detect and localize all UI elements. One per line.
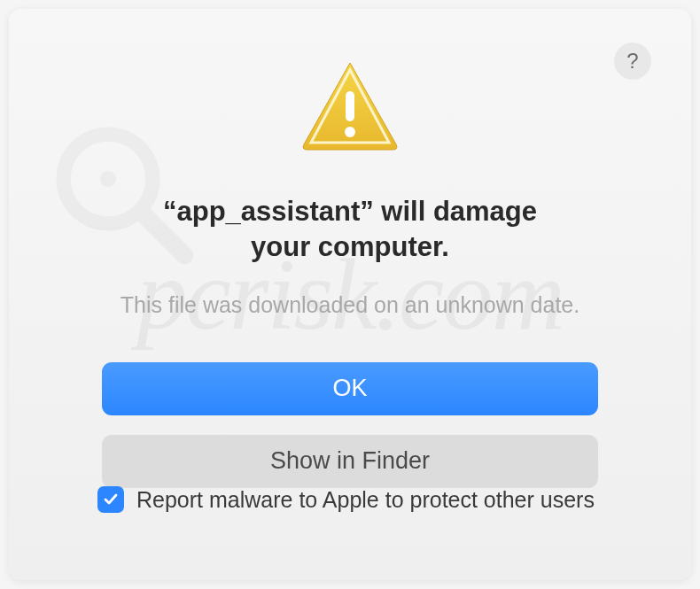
ok-button[interactable]: OK	[102, 362, 598, 415]
alert-title: “app_assistant” will damage your compute…	[163, 194, 537, 266]
title-line-2: your computer.	[251, 231, 449, 262]
svg-point-4	[345, 127, 355, 137]
title-line-1: “app_assistant” will damage	[163, 196, 537, 227]
alert-subtitle: This file was downloaded on an unknown d…	[121, 292, 579, 318]
button-group: OK Show in Finder	[102, 362, 598, 488]
security-alert-dialog: pcrisk.com ? “app_assistant” will damage	[9, 9, 691, 580]
dialog-content: “app_assistant” will damage your compute…	[53, 44, 647, 545]
help-button[interactable]: ?	[614, 43, 651, 80]
svg-rect-3	[346, 91, 354, 121]
warning-icon	[297, 58, 403, 159]
report-malware-row: Report malware to Apple to protect other…	[97, 486, 595, 513]
report-malware-label: Report malware to Apple to protect other…	[136, 487, 595, 513]
show-in-finder-button[interactable]: Show in Finder	[102, 435, 598, 488]
report-malware-checkbox[interactable]	[97, 486, 124, 513]
help-icon: ?	[626, 49, 638, 74]
checkmark-icon	[102, 491, 120, 508]
